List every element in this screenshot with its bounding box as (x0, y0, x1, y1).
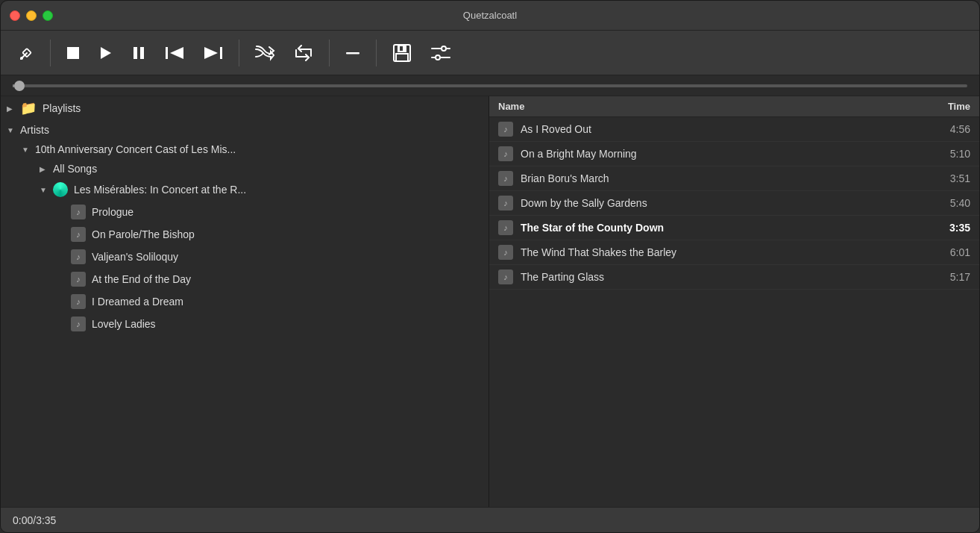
pause-icon (131, 46, 146, 60)
seekbar[interactable] (13, 84, 967, 87)
shuffle-icon (254, 45, 275, 61)
eyedropper-icon (19, 45, 35, 61)
stop-icon (66, 46, 81, 60)
tree-item-prologue[interactable]: ♪ Prologue (1, 201, 489, 223)
tree-item-idreamed[interactable]: ♪ I Dreamed a Dream (1, 290, 489, 313)
valjean-label: Valjean's Soliloquy (92, 251, 178, 263)
track-list: ♪As I Roved Out4:56♪On a Bright May Morn… (489, 117, 979, 290)
track-time: 5:10 (933, 148, 970, 160)
separator-1 (50, 40, 51, 66)
save-icon (392, 43, 412, 63)
seekbar-container (1, 75, 979, 96)
seekbar-thumb[interactable] (14, 81, 25, 91)
track-time: 5:17 (933, 271, 970, 283)
track-row[interactable]: ♪As I Roved Out4:56 (489, 117, 979, 142)
tracklist-panel: Name Time ♪As I Roved Out4:56♪On a Brigh… (489, 96, 979, 507)
status-time: 0:00/3:35 (13, 514, 56, 526)
tracklist-header: Name Time (489, 96, 979, 117)
repeat-icon (293, 45, 314, 61)
album-icon (53, 182, 68, 197)
music-note-icon-idreamed: ♪ (71, 294, 86, 309)
tree-item-10th[interactable]: ▼ 10th Anniversary Concert Cast of Les M… (1, 140, 489, 159)
tree-item-allsongs[interactable]: ▶ All Songs (1, 159, 489, 178)
stop-button[interactable] (60, 41, 87, 65)
svg-rect-11 (346, 52, 359, 54)
svg-rect-14 (396, 54, 408, 61)
window-title: Quetzalcoatl (463, 10, 517, 21)
track-music-icon: ♪ (498, 269, 513, 284)
arrow-artists: ▼ (7, 126, 16, 134)
music-note-icon-prologue: ♪ (71, 205, 86, 219)
10th-label: 10th Anniversary Concert Cast of Les Mis… (35, 143, 236, 155)
prologue-label: Prologue (92, 206, 134, 218)
track-name: The Parting Glass (521, 271, 933, 283)
main-content: ▶ 📁 Playlists ▼ Artists ▼ 10th Anniversa… (1, 96, 979, 507)
svg-point-2 (20, 57, 23, 60)
tree-item-playlists[interactable]: ▶ 📁 Playlists (1, 96, 489, 120)
settings-button[interactable] (424, 40, 457, 66)
track-music-icon: ♪ (498, 122, 513, 137)
traffic-lights (10, 10, 53, 21)
track-row[interactable]: ♪The Star of the County Down3:35 (489, 216, 979, 240)
svg-rect-5 (134, 47, 137, 59)
tree-item-album[interactable]: ▼ Les Misérables: In Concert at the R... (1, 178, 489, 201)
pause-button[interactable] (125, 41, 152, 65)
arrow-playlists: ▶ (7, 105, 16, 113)
next-icon (203, 46, 224, 60)
track-music-icon: ♪ (498, 245, 513, 260)
svg-rect-3 (67, 47, 79, 59)
artists-label: Artists (20, 124, 49, 136)
svg-rect-6 (140, 47, 144, 59)
library-panel: ▶ 📁 Playlists ▼ Artists ▼ 10th Anniversa… (1, 96, 489, 507)
track-row[interactable]: ♪On a Bright May Morning5:10 (489, 142, 979, 166)
prev-button[interactable] (158, 41, 191, 65)
tree-item-lovely[interactable]: ♪ Lovely Ladies (1, 313, 489, 335)
music-note-icon-valjean: ♪ (71, 249, 86, 264)
idreamed-label: I Dreamed a Dream (92, 296, 183, 308)
minimize-button[interactable] (26, 10, 37, 21)
save-button[interactable] (386, 38, 418, 68)
svg-rect-7 (166, 47, 168, 59)
settings-icon (430, 45, 451, 61)
toolbar (1, 31, 979, 75)
attheend-label: At the End of the Day (92, 273, 191, 285)
minus-button[interactable] (339, 45, 367, 61)
track-row[interactable]: ♪Down by the Sally Gardens5:40 (489, 191, 979, 216)
svg-point-19 (436, 55, 440, 60)
close-button[interactable] (10, 10, 20, 21)
folder-icon: 📁 (20, 100, 37, 116)
arrow-album: ▼ (40, 186, 48, 194)
track-row[interactable]: ♪The Wind That Shakes the Barley6:01 (489, 240, 979, 265)
svg-marker-8 (170, 47, 183, 59)
tree-item-valjean[interactable]: ♪ Valjean's Soliloquy (1, 246, 489, 268)
next-button[interactable] (197, 41, 230, 65)
eyedropper-button[interactable] (13, 40, 41, 66)
track-row[interactable]: ♪Brian Boru's March3:51 (489, 166, 979, 191)
track-music-icon: ♪ (498, 196, 513, 211)
onparole-label: On Parole/The Bishop (92, 228, 195, 240)
tree-item-onparole[interactable]: ♪ On Parole/The Bishop (1, 223, 489, 246)
track-time: 5:40 (933, 197, 970, 209)
playlists-label: Playlists (43, 102, 81, 114)
tree-item-artists[interactable]: ▼ Artists (1, 120, 489, 140)
play-button[interactable] (92, 41, 119, 65)
minus-icon (345, 49, 361, 57)
svg-marker-4 (101, 47, 111, 59)
repeat-button[interactable] (287, 40, 320, 66)
status-bar: 0:00/3:35 (1, 507, 979, 532)
track-time: 4:56 (933, 123, 970, 135)
title-bar: Quetzalcoatl (1, 1, 979, 31)
tree-item-attheend[interactable]: ♪ At the End of the Day (1, 268, 489, 290)
lovely-label: Lovely Ladies (92, 318, 156, 330)
svg-marker-10 (204, 47, 218, 59)
track-name: Down by the Sally Gardens (521, 197, 933, 209)
allsongs-label: All Songs (53, 163, 97, 175)
track-time: 3:51 (933, 172, 970, 184)
shuffle-button[interactable] (248, 40, 281, 66)
separator-3 (329, 40, 330, 66)
maximize-button[interactable] (43, 10, 53, 21)
track-name: On a Bright May Morning (521, 148, 933, 160)
svg-rect-15 (400, 46, 403, 51)
music-note-icon-attheend: ♪ (71, 272, 86, 287)
track-row[interactable]: ♪The Parting Glass5:17 (489, 265, 979, 290)
